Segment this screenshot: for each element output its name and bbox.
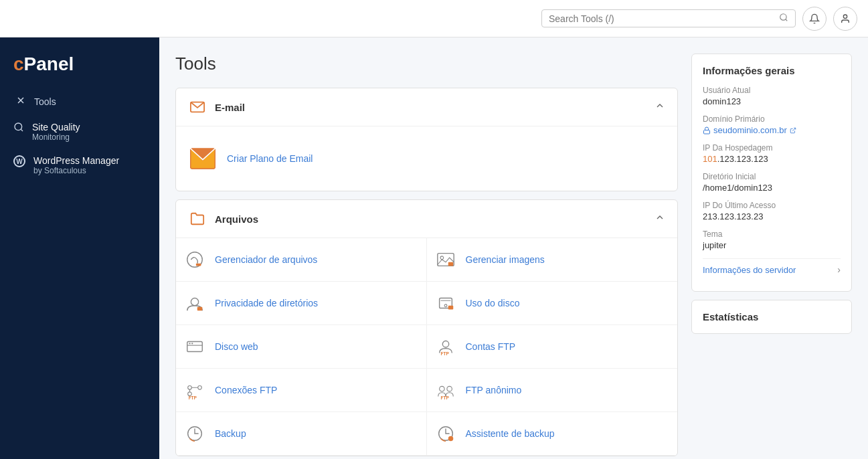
topbar [0,0,868,37]
arquivos-section-title: Arquivos [215,213,258,225]
backup-link[interactable]: Backup [215,428,246,439]
layout: cPanel Tools Site Quality Monitoring [0,37,868,459]
anon-ftp-icon: FTP [434,378,458,402]
usuario-row: Usuário Atual domin123 [703,86,841,106]
stats-card: Estatísticas [691,300,852,334]
tool-item-backup: Backup [176,412,427,456]
email-section-title: E-mail [215,102,245,113]
tool-item-anon-ftp: FTP FTP anônimo [427,369,678,412]
svg-point-24 [189,343,190,344]
stats-title: Estatísticas [703,311,841,323]
ultimo-acesso-label: IP Do Último Acesso [703,201,841,210]
info-card-title: Informações gerais [703,65,841,76]
email-body: Criar Plano de Email [176,126,677,191]
email-section-icon [188,98,207,116]
create-email-icon [188,144,218,173]
svg-point-34 [439,386,444,391]
wordpress-line2: by Softaculous [33,166,119,175]
svg-point-26 [442,341,448,347]
backup-wizard-icon [434,422,458,446]
ftp-accounts-link[interactable]: Contas FTP [466,341,516,352]
svg-rect-15 [448,262,453,266]
logo-text: cPanel [13,54,74,74]
diretorio-row: Diretório Inicial /home1/domin123 [703,172,841,193]
wordpress-line1: WordPress Manager [33,155,119,166]
email-section: E-mail [175,88,678,191]
user-button[interactable] [833,7,857,31]
server-info-arrow: › [837,264,841,275]
svg-line-1 [786,19,788,21]
disk-usage-link[interactable]: Uso do disco [466,298,520,308]
tema-label: Tema [703,230,841,239]
tools-icon [15,95,26,108]
tema-value: jupiter [703,240,841,250]
info-card: Informações gerais Usuário Atual domin12… [691,54,852,292]
page-title: Tools [175,54,678,74]
main-content: Tools E-mail [159,37,868,459]
server-info-row[interactable]: Informações do servidor › [703,258,841,280]
ultimo-acesso-row: IP Do Último Acesso 213.123.123.23 [703,201,841,221]
svg-rect-21 [448,306,453,310]
manage-images-icon [434,248,458,272]
search-input[interactable] [549,13,779,24]
svg-point-19 [444,304,447,307]
site-quality-line2: Monitoring [32,132,80,142]
tool-item-dir-privacy: Privacidade de diretórios [176,282,427,325]
svg-point-28 [188,385,192,389]
tema-row: Tema jupiter [703,230,841,250]
wordpress-icon: W [13,155,25,167]
svg-point-35 [446,386,452,391]
file-manager-link[interactable]: Gerenciador de arquivos [215,254,317,265]
dominio-row: Domínio Primário seudominio.com.br [703,114,841,135]
sidebar-item-site-quality[interactable]: Site Quality Monitoring [0,115,159,149]
create-email-plan-link[interactable]: Criar Plano de Email [227,153,313,164]
server-info-label: Informações do servidor [703,265,796,275]
arquivos-body: Gerenciador de arquivos [176,238,677,456]
arquivos-collapse-button[interactable] [655,212,665,225]
ftp-connections-icon: FTP [183,378,207,402]
arquivos-section: Arquivos [175,199,678,456]
svg-point-0 [780,14,786,20]
dominio-link[interactable]: seudominio.com.br [703,125,841,135]
svg-text:FTP: FTP [189,395,197,400]
dir-privacy-icon [183,291,207,315]
ftp-accounts-icon: FTP [434,335,458,359]
email-item-create-plan: Criar Plano de Email [188,137,665,180]
svg-point-16 [191,298,198,306]
notifications-button[interactable] [802,7,827,31]
sidebar-item-wordpress[interactable]: W WordPress Manager by Softaculous [0,149,159,182]
svg-text:FTP: FTP [440,395,449,400]
sidebar: cPanel Tools Site Quality Monitoring [0,37,159,459]
sidebar-item-tools[interactable]: Tools [0,88,159,115]
logo: cPanel [0,48,159,88]
manage-images-link[interactable]: Gerenciar imagens [466,254,545,265]
backup-wizard-link[interactable]: Assistente de backup [466,428,555,439]
email-header: E-mail [176,88,677,126]
backup-icon [183,422,207,446]
disk-usage-icon [434,291,458,315]
web-disk-link[interactable]: Disco web [215,341,258,352]
tool-item-file-manager: Gerenciador de arquivos [176,238,427,282]
svg-rect-17 [197,307,203,311]
content-area: Tools E-mail [175,54,678,443]
ftp-connections-link[interactable]: Conexões FTP [215,385,277,395]
tool-item-disk-usage: Uso do disco [427,282,678,325]
site-quality-line1: Site Quality [32,122,80,132]
dir-privacy-link[interactable]: Privacidade de diretórios [215,298,318,308]
lock-icon [703,126,711,134]
usuario-value: domin123 [703,96,841,106]
svg-text:FTP: FTP [440,351,449,356]
search-button[interactable] [779,13,788,24]
tool-item-manage-images: Gerenciar imagens [427,238,678,282]
anon-ftp-link[interactable]: FTP anônimo [466,385,522,395]
dominio-value: seudominio.com.br [713,125,787,135]
diretorio-label: Diretório Inicial [703,172,841,181]
email-collapse-button[interactable] [655,100,665,114]
ip-hospedagem-label: IP Da Hospedagem [703,143,841,153]
sidebar-tools-label: Tools [34,96,56,107]
svg-point-2 [843,15,847,18]
ip-hospedagem-row: IP Da Hospedagem 101.123.123.123 [703,143,841,164]
dominio-label: Domínio Primário [703,114,841,124]
diretorio-value: /home1/domin123 [703,183,841,193]
svg-point-5 [15,123,22,130]
